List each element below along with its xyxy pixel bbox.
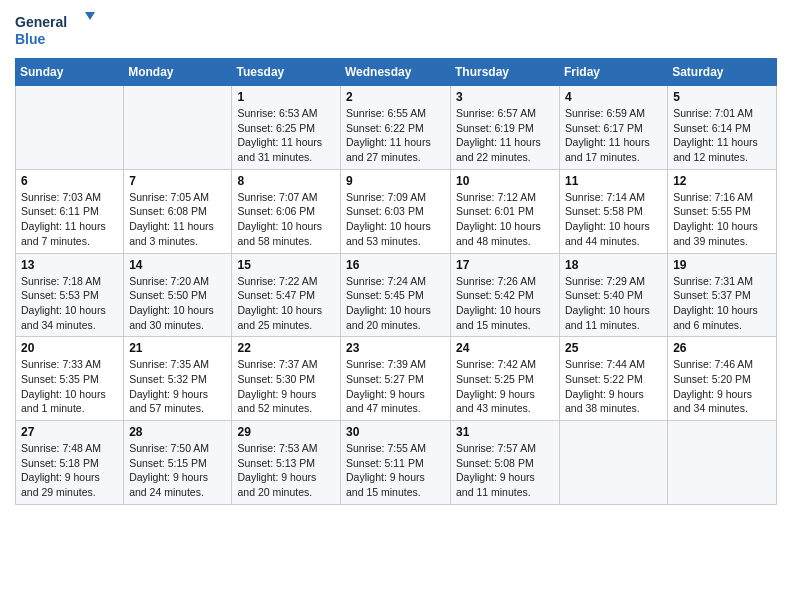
week-row-5: 27Sunrise: 7:48 AM Sunset: 5:18 PM Dayli… — [16, 421, 777, 505]
day-info: Sunrise: 7:39 AM Sunset: 5:27 PM Dayligh… — [346, 357, 445, 416]
day-info: Sunrise: 7:26 AM Sunset: 5:42 PM Dayligh… — [456, 274, 554, 333]
calendar-cell: 6Sunrise: 7:03 AM Sunset: 6:11 PM Daylig… — [16, 169, 124, 253]
calendar-cell: 8Sunrise: 7:07 AM Sunset: 6:06 PM Daylig… — [232, 169, 341, 253]
logo-svg: General Blue — [15, 10, 95, 50]
calendar-cell: 13Sunrise: 7:18 AM Sunset: 5:53 PM Dayli… — [16, 253, 124, 337]
calendar-cell: 27Sunrise: 7:48 AM Sunset: 5:18 PM Dayli… — [16, 421, 124, 505]
calendar-cell — [560, 421, 668, 505]
day-info: Sunrise: 6:59 AM Sunset: 6:17 PM Dayligh… — [565, 106, 662, 165]
calendar-cell — [16, 86, 124, 170]
calendar-cell: 30Sunrise: 7:55 AM Sunset: 5:11 PM Dayli… — [341, 421, 451, 505]
calendar-cell: 20Sunrise: 7:33 AM Sunset: 5:35 PM Dayli… — [16, 337, 124, 421]
calendar-cell: 29Sunrise: 7:53 AM Sunset: 5:13 PM Dayli… — [232, 421, 341, 505]
day-number: 20 — [21, 341, 118, 355]
svg-marker-1 — [85, 12, 95, 20]
day-number: 30 — [346, 425, 445, 439]
calendar-cell: 1Sunrise: 6:53 AM Sunset: 6:25 PM Daylig… — [232, 86, 341, 170]
calendar-cell: 5Sunrise: 7:01 AM Sunset: 6:14 PM Daylig… — [668, 86, 777, 170]
calendar-cell: 4Sunrise: 6:59 AM Sunset: 6:17 PM Daylig… — [560, 86, 668, 170]
day-info: Sunrise: 7:46 AM Sunset: 5:20 PM Dayligh… — [673, 357, 771, 416]
day-number: 18 — [565, 258, 662, 272]
day-info: Sunrise: 7:50 AM Sunset: 5:15 PM Dayligh… — [129, 441, 226, 500]
day-number: 29 — [237, 425, 335, 439]
logo: General Blue — [15, 10, 95, 50]
day-number: 25 — [565, 341, 662, 355]
day-number: 7 — [129, 174, 226, 188]
day-number: 12 — [673, 174, 771, 188]
day-info: Sunrise: 7:57 AM Sunset: 5:08 PM Dayligh… — [456, 441, 554, 500]
calendar-cell: 9Sunrise: 7:09 AM Sunset: 6:03 PM Daylig… — [341, 169, 451, 253]
header: General Blue — [15, 10, 777, 50]
calendar-cell: 14Sunrise: 7:20 AM Sunset: 5:50 PM Dayli… — [124, 253, 232, 337]
day-info: Sunrise: 6:53 AM Sunset: 6:25 PM Dayligh… — [237, 106, 335, 165]
svg-text:General: General — [15, 14, 67, 30]
day-number: 17 — [456, 258, 554, 272]
weekday-header-sunday: Sunday — [16, 59, 124, 86]
day-info: Sunrise: 7:16 AM Sunset: 5:55 PM Dayligh… — [673, 190, 771, 249]
day-info: Sunrise: 7:53 AM Sunset: 5:13 PM Dayligh… — [237, 441, 335, 500]
calendar-cell: 31Sunrise: 7:57 AM Sunset: 5:08 PM Dayli… — [451, 421, 560, 505]
day-number: 16 — [346, 258, 445, 272]
day-number: 14 — [129, 258, 226, 272]
day-info: Sunrise: 7:35 AM Sunset: 5:32 PM Dayligh… — [129, 357, 226, 416]
svg-text:Blue: Blue — [15, 31, 46, 47]
calendar-cell: 3Sunrise: 6:57 AM Sunset: 6:19 PM Daylig… — [451, 86, 560, 170]
calendar-cell: 10Sunrise: 7:12 AM Sunset: 6:01 PM Dayli… — [451, 169, 560, 253]
calendar-cell: 17Sunrise: 7:26 AM Sunset: 5:42 PM Dayli… — [451, 253, 560, 337]
day-number: 1 — [237, 90, 335, 104]
calendar-cell: 16Sunrise: 7:24 AM Sunset: 5:45 PM Dayli… — [341, 253, 451, 337]
calendar-cell: 22Sunrise: 7:37 AM Sunset: 5:30 PM Dayli… — [232, 337, 341, 421]
day-number: 6 — [21, 174, 118, 188]
day-number: 3 — [456, 90, 554, 104]
day-number: 23 — [346, 341, 445, 355]
calendar-cell: 18Sunrise: 7:29 AM Sunset: 5:40 PM Dayli… — [560, 253, 668, 337]
calendar-table: SundayMondayTuesdayWednesdayThursdayFrid… — [15, 58, 777, 505]
calendar-cell — [668, 421, 777, 505]
week-row-3: 13Sunrise: 7:18 AM Sunset: 5:53 PM Dayli… — [16, 253, 777, 337]
weekday-header-monday: Monday — [124, 59, 232, 86]
calendar-cell: 11Sunrise: 7:14 AM Sunset: 5:58 PM Dayli… — [560, 169, 668, 253]
day-info: Sunrise: 7:31 AM Sunset: 5:37 PM Dayligh… — [673, 274, 771, 333]
day-number: 26 — [673, 341, 771, 355]
day-number: 22 — [237, 341, 335, 355]
weekday-header-tuesday: Tuesday — [232, 59, 341, 86]
day-info: Sunrise: 7:20 AM Sunset: 5:50 PM Dayligh… — [129, 274, 226, 333]
day-info: Sunrise: 7:01 AM Sunset: 6:14 PM Dayligh… — [673, 106, 771, 165]
day-info: Sunrise: 7:48 AM Sunset: 5:18 PM Dayligh… — [21, 441, 118, 500]
day-number: 19 — [673, 258, 771, 272]
calendar-cell: 2Sunrise: 6:55 AM Sunset: 6:22 PM Daylig… — [341, 86, 451, 170]
day-number: 4 — [565, 90, 662, 104]
day-number: 15 — [237, 258, 335, 272]
calendar-cell: 12Sunrise: 7:16 AM Sunset: 5:55 PM Dayli… — [668, 169, 777, 253]
weekday-header-thursday: Thursday — [451, 59, 560, 86]
day-info: Sunrise: 7:14 AM Sunset: 5:58 PM Dayligh… — [565, 190, 662, 249]
calendar-cell: 23Sunrise: 7:39 AM Sunset: 5:27 PM Dayli… — [341, 337, 451, 421]
day-number: 27 — [21, 425, 118, 439]
calendar-cell: 21Sunrise: 7:35 AM Sunset: 5:32 PM Dayli… — [124, 337, 232, 421]
day-info: Sunrise: 6:57 AM Sunset: 6:19 PM Dayligh… — [456, 106, 554, 165]
calendar-cell — [124, 86, 232, 170]
day-number: 2 — [346, 90, 445, 104]
calendar-cell: 28Sunrise: 7:50 AM Sunset: 5:15 PM Dayli… — [124, 421, 232, 505]
day-info: Sunrise: 7:09 AM Sunset: 6:03 PM Dayligh… — [346, 190, 445, 249]
weekday-header-friday: Friday — [560, 59, 668, 86]
week-row-4: 20Sunrise: 7:33 AM Sunset: 5:35 PM Dayli… — [16, 337, 777, 421]
calendar-cell: 24Sunrise: 7:42 AM Sunset: 5:25 PM Dayli… — [451, 337, 560, 421]
day-info: Sunrise: 7:29 AM Sunset: 5:40 PM Dayligh… — [565, 274, 662, 333]
day-number: 24 — [456, 341, 554, 355]
day-info: Sunrise: 7:42 AM Sunset: 5:25 PM Dayligh… — [456, 357, 554, 416]
calendar-cell: 19Sunrise: 7:31 AM Sunset: 5:37 PM Dayli… — [668, 253, 777, 337]
calendar-cell: 7Sunrise: 7:05 AM Sunset: 6:08 PM Daylig… — [124, 169, 232, 253]
day-number: 31 — [456, 425, 554, 439]
day-info: Sunrise: 7:37 AM Sunset: 5:30 PM Dayligh… — [237, 357, 335, 416]
day-number: 5 — [673, 90, 771, 104]
day-number: 28 — [129, 425, 226, 439]
page: General Blue SundayMondayTuesdayWednesda… — [0, 0, 792, 520]
day-info: Sunrise: 7:55 AM Sunset: 5:11 PM Dayligh… — [346, 441, 445, 500]
calendar-cell: 25Sunrise: 7:44 AM Sunset: 5:22 PM Dayli… — [560, 337, 668, 421]
weekday-header-row: SundayMondayTuesdayWednesdayThursdayFrid… — [16, 59, 777, 86]
weekday-header-saturday: Saturday — [668, 59, 777, 86]
day-info: Sunrise: 7:07 AM Sunset: 6:06 PM Dayligh… — [237, 190, 335, 249]
day-info: Sunrise: 7:18 AM Sunset: 5:53 PM Dayligh… — [21, 274, 118, 333]
day-info: Sunrise: 7:44 AM Sunset: 5:22 PM Dayligh… — [565, 357, 662, 416]
